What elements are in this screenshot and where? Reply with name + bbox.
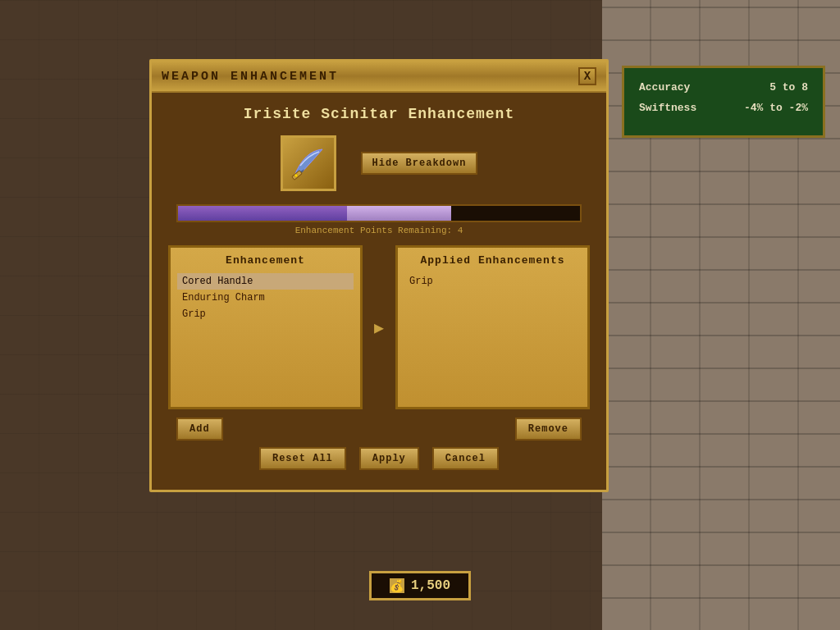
enhancement-item-grip[interactable]: Grip: [177, 306, 354, 322]
dialog-titlebar: WEAPON ENHANCEMENT X: [152, 62, 606, 93]
accuracy-label: Accuracy: [639, 81, 690, 94]
svg-point-1: [294, 174, 298, 177]
add-button[interactable]: Add: [176, 418, 223, 441]
progress-fill-purple: [178, 206, 347, 221]
add-remove-row: Add Remove: [168, 418, 590, 441]
panels-area: Enhancement Cored Handle Enduring Charm …: [168, 245, 590, 409]
gold-bar: 1,500: [369, 571, 471, 600]
hide-breakdown-button[interactable]: Hide Breakdown: [361, 152, 478, 175]
gold-icon: [390, 578, 404, 593]
weapon-icon-frame: [281, 135, 336, 191]
enhancement-panel: Enhancement Cored Handle Enduring Charm …: [168, 245, 363, 409]
weapon-area: Hide Breakdown: [168, 135, 590, 191]
weapon-icon: [288, 143, 329, 184]
enhancement-panel-header: Enhancement: [177, 254, 354, 267]
progress-fill-light: [347, 206, 451, 221]
weapon-title: Irisite Scinitar Enhancement: [168, 106, 590, 122]
progress-label: Enhancement Points Remaining: 4: [176, 226, 582, 235]
stats-panel: Accuracy 5 to 8 Swiftness -4% to -2%: [622, 66, 825, 138]
swiftness-value: -4% to -2%: [744, 102, 808, 114]
dialog-title: WEAPON ENHANCEMENT: [162, 70, 339, 84]
dialog-content: Irisite Scinitar Enhancement Hide Breakd…: [152, 93, 606, 490]
applied-panel-header: Applied Enhancements: [404, 254, 581, 267]
accuracy-row: Accuracy 5 to 8: [639, 81, 808, 94]
enhancement-item-cored-handle[interactable]: Cored Handle: [177, 273, 354, 290]
applied-item-grip[interactable]: Grip: [404, 273, 581, 290]
left-btn-area: Add: [176, 418, 223, 441]
progress-container: Enhancement Points Remaining: 4: [168, 204, 590, 235]
bottom-buttons-row: Reset All Apply Cancel: [168, 447, 590, 477]
cancel-button[interactable]: Cancel: [432, 447, 499, 470]
arrow-icon: ▶: [363, 245, 395, 409]
swiftness-row: Swiftness -4% to -2%: [639, 102, 808, 114]
applied-panel: Applied Enhancements Grip: [395, 245, 590, 409]
gold-amount: 1,500: [411, 578, 450, 593]
remove-button[interactable]: Remove: [515, 418, 582, 441]
apply-button[interactable]: Apply: [359, 447, 419, 470]
accuracy-value: 5 to 8: [769, 81, 808, 94]
close-button[interactable]: X: [578, 67, 596, 85]
weapon-enhancement-dialog: WEAPON ENHANCEMENT X Irisite Scinitar En…: [149, 59, 609, 492]
enhancement-item-enduring-charm[interactable]: Enduring Charm: [177, 290, 354, 306]
progress-bar: [176, 204, 582, 222]
reset-all-button[interactable]: Reset All: [259, 447, 346, 470]
swiftness-label: Swiftness: [639, 102, 696, 114]
right-btn-area: Remove: [515, 418, 582, 441]
